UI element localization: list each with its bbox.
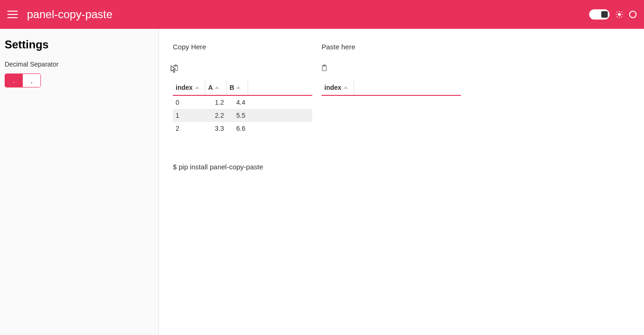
table-row[interactable]: 01.24.4 [173, 96, 312, 109]
cell-b: 5.5 [227, 110, 248, 121]
main-content: Copy Here index A [159, 29, 644, 335]
svg-line-7 [617, 16, 618, 17]
copy-panel: Copy Here index A [173, 43, 312, 135]
decimal-separator-dot[interactable]: . [5, 74, 23, 87]
decimal-separator-radio-group: . , [5, 74, 41, 87]
copy-table-header-spacer [248, 80, 312, 95]
paste-panel: Paste here index [322, 43, 461, 135]
install-command: $ pip install panel-copy-paste [173, 163, 630, 171]
copy-table-header-a[interactable]: A [205, 80, 227, 95]
app-header: panel-copy-paste [0, 0, 644, 29]
theme-toggle[interactable] [589, 9, 610, 20]
copy-clipboard-icon[interactable] [173, 65, 178, 71]
decimal-separator-label: Decimal Separator [5, 60, 154, 68]
sort-icon [343, 86, 348, 89]
menu-icon[interactable] [7, 11, 18, 18]
table-row[interactable]: 23.36.6 [173, 122, 312, 135]
svg-line-3 [617, 12, 618, 13]
cell-a: 3.3 [205, 123, 227, 134]
cell-b: 4.4 [227, 97, 248, 108]
reset-icon[interactable] [629, 11, 637, 18]
sort-icon [215, 86, 219, 89]
table-row[interactable]: 12.25.5 [173, 109, 312, 122]
copy-table: index A B 01.24.412.25.523.3 [173, 80, 312, 135]
cell-b: 6.6 [227, 123, 248, 134]
copy-table-header-b[interactable]: B [227, 80, 248, 95]
paste-clipboard-icon[interactable] [322, 65, 327, 71]
paste-table: index [322, 80, 461, 96]
brightness-icon[interactable] [615, 10, 624, 19]
svg-point-0 [618, 13, 621, 16]
decimal-separator-comma[interactable]: , [23, 74, 40, 87]
svg-line-4 [621, 16, 622, 17]
cell-index: 1 [173, 110, 205, 121]
app-title: panel-copy-paste [27, 8, 112, 21]
svg-line-8 [621, 12, 622, 13]
cell-index: 2 [173, 123, 205, 134]
copy-panel-title: Copy Here [173, 43, 312, 51]
paste-table-header-spacer [354, 80, 461, 95]
sidebar: Settings Decimal Separator . , [0, 29, 159, 335]
paste-table-header-index[interactable]: index [322, 80, 354, 95]
cell-a: 1.2 [205, 97, 227, 108]
sort-icon [236, 86, 241, 89]
sidebar-title: Settings [5, 38, 154, 51]
copy-table-header-index[interactable]: index [173, 80, 205, 95]
sort-icon [195, 86, 199, 89]
paste-panel-title: Paste here [322, 43, 461, 51]
cell-a: 2.2 [205, 110, 227, 121]
cell-index: 0 [173, 97, 205, 108]
